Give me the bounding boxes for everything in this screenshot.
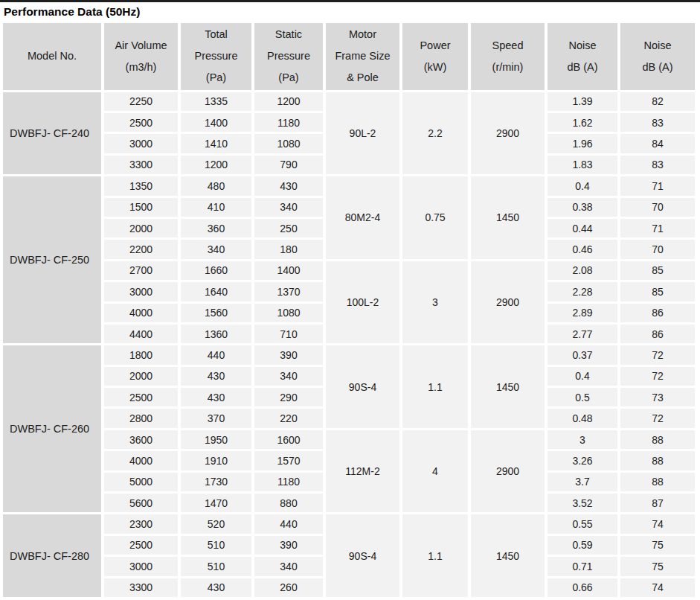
air-volume-cell: 5000 (104, 473, 178, 491)
air-volume-cell: 2000 (104, 219, 178, 237)
air-volume-cell: 4000 (104, 451, 178, 470)
noise-1-cell: 0.5 (548, 388, 617, 406)
air-volume-cell: 1800 (104, 345, 178, 364)
air-volume-cell: 2200 (104, 240, 178, 258)
total-pressure-cell: 1730 (181, 473, 251, 491)
column-header-total-pressure: Total Pressure (Pa) (181, 23, 251, 90)
air-volume-cell: 3300 (104, 578, 178, 597)
noise-1-cell: 0.48 (548, 409, 617, 427)
table-row: DWBFJ- CF-250 1350 480 430 80M2-4 0.75 1… (3, 176, 695, 195)
page-title: Performance Data (50Hz) (0, 2, 700, 21)
total-pressure-cell: 1910 (181, 451, 251, 470)
power-cell: 3 (402, 261, 468, 344)
noise-2-cell: 73 (620, 388, 695, 406)
column-header-air-volume: Air Volume (m3/h) (104, 23, 178, 90)
noise-1-cell: 2.77 (548, 325, 617, 343)
noise-1-cell: 2.08 (548, 261, 617, 280)
noise-2-cell: 72 (620, 345, 695, 364)
total-pressure-cell: 1560 (181, 304, 251, 322)
noise-1-cell: 0.46 (548, 240, 617, 258)
performance-table: Model No. Air Volume (m3/h) Total Pressu… (0, 21, 698, 599)
total-pressure-cell: 520 (181, 514, 251, 533)
noise-2-cell: 74 (620, 578, 695, 597)
total-pressure-cell: 1360 (181, 325, 251, 343)
noise-1-cell: 0.66 (548, 578, 617, 597)
noise-2-cell: 85 (620, 261, 695, 280)
total-pressure-cell: 1470 (181, 494, 251, 512)
noise-2-cell: 83 (620, 156, 695, 174)
air-volume-cell: 4000 (104, 304, 178, 322)
air-volume-cell: 3300 (104, 156, 178, 174)
static-pressure-cell: 340 (254, 198, 323, 217)
static-pressure-cell: 250 (254, 219, 323, 237)
total-pressure-cell: 340 (181, 240, 251, 258)
noise-1-cell: 0.44 (548, 219, 617, 237)
noise-2-cell: 75 (620, 536, 695, 555)
noise-1-cell: 1.39 (548, 92, 617, 111)
noise-2-cell: 88 (620, 430, 695, 449)
column-header-noise-2: Noise dB (A) (620, 23, 695, 90)
power-cell: 1.1 (402, 345, 468, 428)
speed-cell: 2900 (471, 261, 545, 344)
noise-1-cell: 0.4 (548, 367, 617, 386)
air-volume-cell: 1500 (104, 198, 178, 217)
total-pressure-cell: 1410 (181, 134, 251, 153)
static-pressure-cell: 790 (254, 156, 323, 174)
total-pressure-cell: 410 (181, 198, 251, 217)
air-volume-cell: 3000 (104, 282, 178, 301)
total-pressure-cell: 360 (181, 219, 251, 237)
total-pressure-cell: 440 (181, 345, 251, 364)
static-pressure-cell: 1080 (254, 304, 323, 322)
air-volume-cell: 2300 (104, 514, 178, 533)
power-cell: 0.75 (402, 176, 468, 259)
noise-2-cell: 70 (620, 240, 695, 258)
noise-1-cell: 3.26 (548, 451, 617, 470)
noise-2-cell: 75 (620, 557, 695, 575)
noise-1-cell: 0.71 (548, 557, 617, 575)
column-header-motor-frame: Motor Frame Size & Pole (326, 23, 399, 90)
motor-frame-cell: 80M2-4 (326, 176, 399, 259)
motor-frame-cell: 90L-2 (326, 92, 399, 175)
total-pressure-cell: 1660 (181, 261, 251, 280)
total-pressure-cell: 1950 (181, 430, 251, 449)
static-pressure-cell: 260 (254, 578, 323, 597)
noise-2-cell: 86 (620, 304, 695, 322)
air-volume-cell: 2700 (104, 261, 178, 280)
total-pressure-cell: 430 (181, 367, 251, 386)
power-cell: 2.2 (402, 92, 468, 175)
noise-2-cell: 70 (620, 198, 695, 217)
air-volume-cell: 3000 (104, 557, 178, 575)
noise-1-cell: 1.83 (548, 156, 617, 174)
speed-cell: 1450 (471, 176, 545, 259)
model-cell: DWBFJ- CF-260 (3, 345, 101, 512)
static-pressure-cell: 220 (254, 409, 323, 427)
total-pressure-cell: 510 (181, 536, 251, 555)
air-volume-cell: 3600 (104, 430, 178, 449)
noise-2-cell: 84 (620, 134, 695, 153)
noise-1-cell: 1.96 (548, 134, 617, 153)
noise-2-cell: 87 (620, 494, 695, 512)
air-volume-cell: 2250 (104, 92, 178, 111)
model-cell: DWBFJ- CF-280 (3, 514, 101, 597)
total-pressure-cell: 1335 (181, 92, 251, 111)
total-pressure-cell: 1400 (181, 113, 251, 132)
table-row: DWBFJ- CF-280 2300 520 440 90S-4 1.1 145… (3, 514, 695, 533)
model-cell: DWBFJ- CF-240 (3, 92, 101, 175)
static-pressure-cell: 180 (254, 240, 323, 258)
noise-2-cell: 74 (620, 514, 695, 533)
static-pressure-cell: 340 (254, 557, 323, 575)
total-pressure-cell: 430 (181, 388, 251, 406)
static-pressure-cell: 1200 (254, 92, 323, 111)
static-pressure-cell: 1600 (254, 430, 323, 449)
noise-2-cell: 71 (620, 219, 695, 237)
air-volume-cell: 4400 (104, 325, 178, 343)
speed-cell: 2900 (471, 92, 545, 175)
air-volume-cell: 5600 (104, 494, 178, 512)
static-pressure-cell: 1370 (254, 282, 323, 301)
noise-1-cell: 3.7 (548, 473, 617, 491)
air-volume-cell: 2500 (104, 113, 178, 132)
noise-2-cell: 71 (620, 176, 695, 195)
noise-1-cell: 2.28 (548, 282, 617, 301)
air-volume-cell: 2500 (104, 388, 178, 406)
noise-1-cell: 3 (548, 430, 617, 449)
